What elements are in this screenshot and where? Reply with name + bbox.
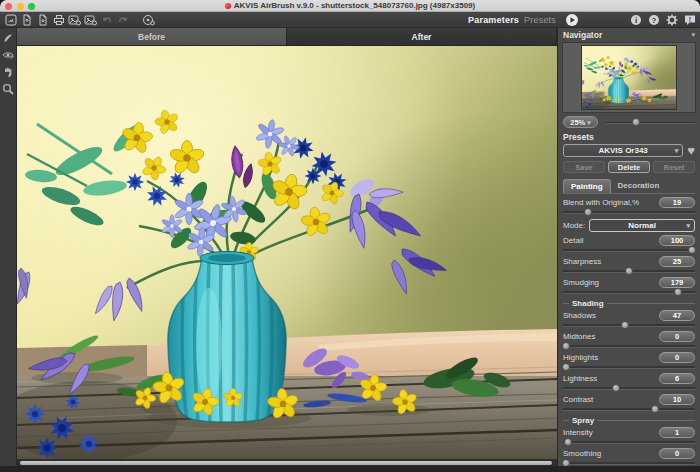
hand-tool-icon[interactable] bbox=[1, 65, 15, 79]
tab-after[interactable]: After bbox=[287, 28, 557, 46]
favorite-heart-icon[interactable]: ♥ bbox=[687, 146, 695, 156]
preferences-gear-icon[interactable] bbox=[665, 13, 678, 26]
param-value-box[interactable]: 0 bbox=[659, 331, 695, 342]
param-value-box[interactable]: 0 bbox=[659, 448, 695, 459]
param-label: Smoothing bbox=[563, 449, 601, 458]
reset-preset-button[interactable]: Reset bbox=[653, 161, 695, 173]
param-row-top: Blend with Original,%19 bbox=[563, 197, 695, 208]
tool-column bbox=[0, 28, 17, 466]
param-label: Intensity bbox=[563, 428, 593, 437]
param-slider-handle[interactable] bbox=[562, 363, 570, 371]
navigator-collapse-icon[interactable]: ▾ bbox=[691, 31, 695, 38]
param-value-box[interactable]: 25 bbox=[659, 256, 695, 267]
close-window-button[interactable] bbox=[5, 3, 12, 10]
info-icon[interactable]: i bbox=[629, 13, 642, 26]
horizontal-scrollbar[interactable] bbox=[17, 459, 557, 466]
param-row: Sharpness25 bbox=[563, 256, 695, 275]
param-value-box[interactable]: 47 bbox=[659, 310, 695, 321]
titlebar: AKVIS AirBrush v.9.0 - shutterstock_5480… bbox=[0, 0, 700, 12]
run-processing-icon[interactable] bbox=[565, 13, 578, 26]
param-label: Midtones bbox=[563, 332, 595, 341]
preview-brush-icon[interactable] bbox=[1, 31, 15, 45]
param-value-box[interactable]: 10 bbox=[659, 394, 695, 405]
param-label: Shadows bbox=[563, 311, 596, 320]
param-slider-track[interactable] bbox=[563, 208, 695, 216]
param-slider-handle[interactable] bbox=[688, 246, 696, 254]
param-slider-handle[interactable] bbox=[625, 267, 633, 275]
param-slider-track[interactable] bbox=[563, 246, 695, 254]
param-slider-track[interactable] bbox=[563, 363, 695, 371]
horizontal-scrollbar-thumb[interactable] bbox=[20, 461, 552, 465]
param-value-box[interactable]: 0 bbox=[659, 352, 695, 363]
presets-mode-button[interactable]: Presets bbox=[524, 15, 556, 25]
param-slider-handle[interactable] bbox=[621, 321, 629, 329]
save-preset-button[interactable]: Save bbox=[563, 161, 605, 173]
section-label: Shading bbox=[572, 299, 604, 308]
param-slider-handle[interactable] bbox=[562, 459, 570, 467]
help-icon[interactable]: ? bbox=[647, 13, 660, 26]
param-value-box[interactable]: 100 bbox=[659, 235, 695, 246]
save-file-icon[interactable] bbox=[36, 13, 49, 26]
param-row: Smoothing0 bbox=[563, 448, 695, 466]
workspace-dial-icon[interactable] bbox=[4, 13, 17, 26]
view-tabs: Before After bbox=[17, 28, 557, 46]
param-value-box[interactable]: 1 bbox=[659, 427, 695, 438]
batch-processing-icon[interactable] bbox=[142, 13, 155, 26]
undo-icon[interactable] bbox=[100, 13, 113, 26]
minimize-window-button[interactable] bbox=[17, 3, 24, 10]
image-canvas-after-view[interactable] bbox=[17, 46, 557, 459]
print-icon[interactable] bbox=[52, 13, 65, 26]
parameters-mode-button[interactable]: Parameters bbox=[468, 15, 519, 25]
svg-text:!: ! bbox=[688, 15, 690, 22]
zoom-tool-icon[interactable] bbox=[1, 82, 15, 96]
delete-preset-button[interactable]: Delete bbox=[608, 161, 650, 173]
redo-icon[interactable] bbox=[116, 13, 129, 26]
tab-painting[interactable]: Painting bbox=[563, 179, 611, 193]
zoom-level-dropdown[interactable]: 25%▾ bbox=[563, 116, 598, 128]
app-window: AKVIS AirBrush v.9.0 - shutterstock_5480… bbox=[0, 0, 700, 472]
param-slider-handle[interactable] bbox=[651, 405, 659, 413]
zoom-window-button[interactable] bbox=[28, 3, 35, 10]
param-row-top: Sharpness25 bbox=[563, 256, 695, 267]
navigator-thumbnail[interactable] bbox=[581, 45, 677, 110]
param-row-top: Lightness6 bbox=[563, 373, 695, 384]
param-row-top: Contrast10 bbox=[563, 394, 695, 405]
param-slider-handle[interactable] bbox=[584, 208, 592, 216]
param-row: Midtones0 bbox=[563, 331, 695, 350]
param-slider-track[interactable] bbox=[563, 342, 695, 350]
zoom-slider-handle[interactable] bbox=[632, 118, 640, 126]
param-value-box[interactable]: 19 bbox=[659, 197, 695, 208]
param-slider-track[interactable] bbox=[563, 384, 695, 392]
blend-mode-select[interactable]: Normal▾ bbox=[589, 219, 695, 232]
param-row: Smudging179 bbox=[563, 277, 695, 296]
param-row-top: Smoothing0 bbox=[563, 448, 695, 459]
tab-decoration[interactable]: Decoration bbox=[611, 179, 667, 193]
open-file-icon[interactable] bbox=[20, 13, 33, 26]
param-row-top: Midtones0 bbox=[563, 331, 695, 342]
share-image-icon[interactable] bbox=[84, 13, 97, 26]
param-slider-handle[interactable] bbox=[674, 288, 682, 296]
param-value-box[interactable]: 6 bbox=[659, 373, 695, 384]
param-slider-handle[interactable] bbox=[612, 384, 620, 392]
preset-select[interactable]: AKVIS Or343▾ bbox=[563, 144, 683, 157]
param-slider-handle[interactable] bbox=[564, 438, 572, 446]
navigator-title: Navigator bbox=[563, 30, 602, 40]
section-label: Spray bbox=[572, 416, 594, 425]
param-slider-track[interactable] bbox=[563, 267, 695, 275]
export-image-icon[interactable] bbox=[68, 13, 81, 26]
param-label: Detail bbox=[563, 236, 583, 245]
param-slider-track[interactable] bbox=[563, 321, 695, 329]
section-header: Shading bbox=[563, 298, 695, 309]
zoom-slider-track[interactable] bbox=[604, 122, 695, 124]
eye-preview-icon[interactable] bbox=[1, 48, 15, 62]
param-slider-track[interactable] bbox=[563, 438, 695, 446]
feedback-icon[interactable]: ! bbox=[683, 13, 696, 26]
zoom-slider[interactable] bbox=[604, 117, 695, 127]
param-slider-track[interactable] bbox=[563, 288, 695, 296]
param-slider-track[interactable] bbox=[563, 459, 695, 466]
param-slider-track[interactable] bbox=[563, 405, 695, 413]
param-slider-handle[interactable] bbox=[562, 342, 570, 350]
tab-before[interactable]: Before bbox=[17, 28, 287, 46]
param-row: Detail100 bbox=[563, 235, 695, 254]
param-value-box[interactable]: 179 bbox=[659, 277, 695, 288]
